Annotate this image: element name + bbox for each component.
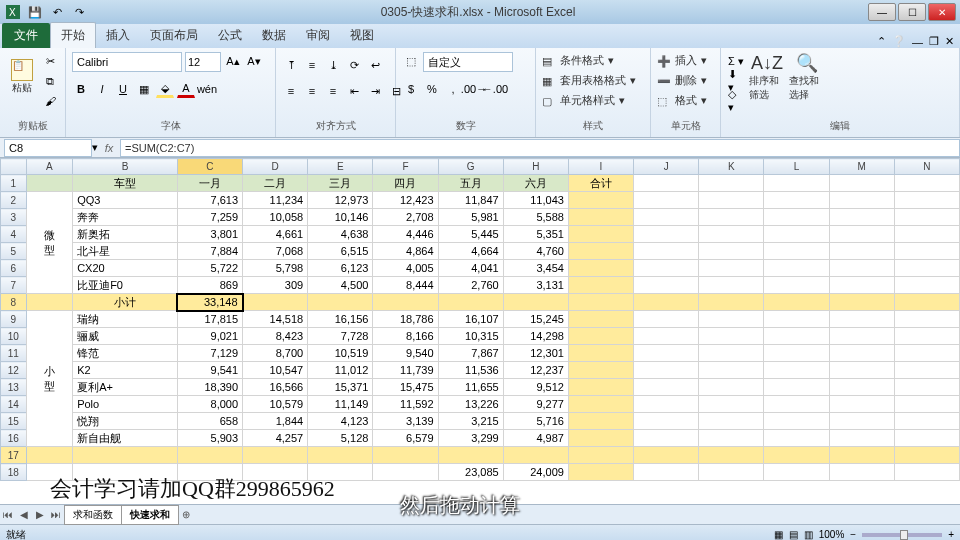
cell[interactable] [73, 447, 178, 464]
align-middle-icon[interactable]: ≡ [303, 56, 321, 74]
col-header[interactable]: M [829, 159, 894, 175]
cell[interactable] [699, 277, 764, 294]
cell[interactable] [829, 277, 894, 294]
col-header[interactable]: G [438, 159, 503, 175]
cell[interactable]: 11,043 [503, 192, 568, 209]
copy-icon[interactable]: ⧉ [41, 72, 59, 90]
row-header[interactable]: 14 [1, 396, 27, 413]
font-color-button[interactable]: A [177, 80, 195, 98]
cell[interactable]: 5,445 [438, 226, 503, 243]
tab-view[interactable]: 视图 [340, 23, 384, 48]
cell[interactable] [438, 294, 503, 311]
increase-indent-icon[interactable]: ⇥ [366, 82, 384, 100]
row-header[interactable]: 2 [1, 192, 27, 209]
cell[interactable]: 6,123 [308, 260, 373, 277]
cell[interactable] [829, 192, 894, 209]
cell[interactable]: 10,315 [438, 328, 503, 345]
col-header[interactable]: C [177, 159, 242, 175]
cell[interactable]: 一月 [177, 175, 242, 192]
cell[interactable] [699, 192, 764, 209]
cell[interactable]: 7,068 [243, 243, 308, 260]
number-format-select[interactable] [423, 52, 513, 72]
tab-formulas[interactable]: 公式 [208, 23, 252, 48]
cell[interactable] [308, 294, 373, 311]
cell[interactable]: 17,815 [177, 311, 242, 328]
bold-button[interactable]: B [72, 80, 90, 98]
cell[interactable] [699, 209, 764, 226]
row-header[interactable]: 18 [1, 464, 27, 481]
cell[interactable]: 14,518 [243, 311, 308, 328]
cell[interactable]: 5,128 [308, 430, 373, 447]
cell[interactable] [699, 311, 764, 328]
cell[interactable] [699, 243, 764, 260]
cell[interactable]: 6,515 [308, 243, 373, 260]
cell[interactable] [829, 209, 894, 226]
cell[interactable] [568, 379, 633, 396]
close-button[interactable]: ✕ [928, 3, 956, 21]
sheet-nav-last[interactable]: ⏭ [48, 509, 64, 520]
cell[interactable] [568, 243, 633, 260]
cell[interactable] [699, 430, 764, 447]
cell[interactable] [634, 345, 699, 362]
cell[interactable]: Polo [73, 396, 178, 413]
window-min-icon[interactable]: — [912, 36, 923, 48]
increase-font-icon[interactable]: A▴ [224, 52, 242, 70]
cell[interactable]: 2,760 [438, 277, 503, 294]
cell[interactable] [634, 243, 699, 260]
cell[interactable] [634, 260, 699, 277]
cell[interactable]: 8,423 [243, 328, 308, 345]
cell[interactable]: 4,760 [503, 243, 568, 260]
cell[interactable]: 15,245 [503, 311, 568, 328]
cell[interactable] [894, 294, 959, 311]
cell[interactable] [764, 311, 829, 328]
cell[interactable]: CX20 [73, 260, 178, 277]
cell[interactable]: 3,801 [177, 226, 242, 243]
cell[interactable]: 3,215 [438, 413, 503, 430]
col-header[interactable]: N [894, 159, 959, 175]
cell[interactable] [373, 464, 438, 481]
cell[interactable]: 奔奔 [73, 209, 178, 226]
cell[interactable]: 合计 [568, 175, 633, 192]
cell[interactable]: 7,259 [177, 209, 242, 226]
tab-review[interactable]: 审阅 [296, 23, 340, 48]
cell[interactable]: 16,566 [243, 379, 308, 396]
cell[interactable]: 夏利A+ [73, 379, 178, 396]
col-header[interactable]: D [243, 159, 308, 175]
cell[interactable]: 9,021 [177, 328, 242, 345]
cell[interactable]: 14,298 [503, 328, 568, 345]
format-painter-icon[interactable]: 🖌 [41, 92, 59, 110]
cell[interactable]: 11,536 [438, 362, 503, 379]
sheet-nav-first[interactable]: ⏮ [0, 509, 16, 520]
view-layout-icon[interactable]: ▤ [789, 529, 798, 540]
cell[interactable] [894, 192, 959, 209]
cell[interactable] [634, 192, 699, 209]
cell[interactable]: 16,156 [308, 311, 373, 328]
cell[interactable]: 10,146 [308, 209, 373, 226]
cell[interactable]: 24,009 [503, 464, 568, 481]
cell[interactable]: 10,058 [243, 209, 308, 226]
cell[interactable] [699, 328, 764, 345]
cell[interactable]: 3,454 [503, 260, 568, 277]
cell[interactable]: 4,638 [308, 226, 373, 243]
cell[interactable] [894, 328, 959, 345]
cell[interactable]: 7,867 [438, 345, 503, 362]
cell[interactable]: 三月 [308, 175, 373, 192]
align-top-icon[interactable]: ⤒ [282, 56, 300, 74]
cell[interactable]: 五月 [438, 175, 503, 192]
row-header[interactable]: 5 [1, 243, 27, 260]
cell[interactable]: 7,728 [308, 328, 373, 345]
cell[interactable] [699, 413, 764, 430]
cell[interactable] [764, 294, 829, 311]
tab-insert[interactable]: 插入 [96, 23, 140, 48]
cell[interactable]: 5,981 [438, 209, 503, 226]
cell[interactable] [568, 430, 633, 447]
cell[interactable]: 9,540 [373, 345, 438, 362]
col-header[interactable]: A [26, 159, 73, 175]
cell[interactable] [829, 345, 894, 362]
cell[interactable] [634, 311, 699, 328]
cell[interactable]: 11,847 [438, 192, 503, 209]
col-header[interactable]: J [634, 159, 699, 175]
cell[interactable]: 309 [243, 277, 308, 294]
cell[interactable]: 4,661 [243, 226, 308, 243]
cell[interactable]: 二月 [243, 175, 308, 192]
